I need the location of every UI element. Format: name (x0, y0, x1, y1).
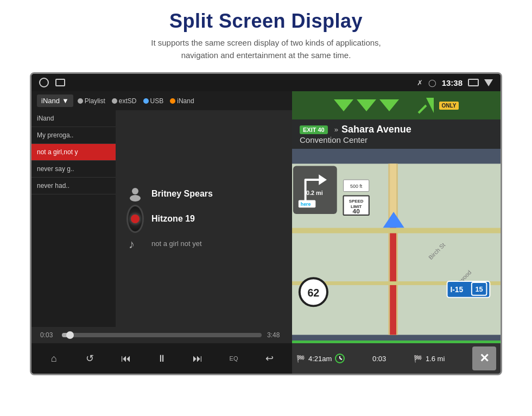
time-total: 3:48 (267, 331, 283, 339)
usb-radio (143, 98, 149, 104)
split-screen: iNand ▼ Playlist extSD USB (31, 91, 501, 374)
svg-marker-3 (426, 98, 434, 113)
back-button[interactable]: ↩ (260, 349, 280, 368)
page-header: Split Screen Display It supports the sam… (0, 0, 532, 67)
map-content: Birch St Westwood 62 I-15 15 (292, 155, 501, 343)
source-selector: iNand ▼ Playlist extSD USB (31, 91, 292, 110)
track-info: Britney Spears Hitzone 19 ♪ (121, 185, 287, 253)
clock-icon (335, 354, 345, 363)
only-badge: ONLY (439, 102, 459, 110)
back-icon (484, 79, 493, 86)
playlist-sidebar: iNand My preroga.. not a girl,not y neve… (31, 110, 116, 327)
time-current: 0:03 (40, 331, 56, 339)
nav-arrow-down-1 (334, 99, 353, 111)
progress-section: 0:03 3:48 (31, 327, 292, 343)
svg-text:40: 40 (353, 207, 360, 215)
player-main: Britney Spears Hitzone 19 ♪ (116, 110, 292, 327)
source-options: Playlist extSD USB iNand (78, 97, 194, 105)
playlist-item-4[interactable]: never had.. (31, 178, 116, 194)
status-time: 13:38 (442, 78, 463, 87)
playlist-item-3[interactable]: never say g.. (31, 161, 116, 178)
location-icon: ◯ (428, 79, 436, 87)
nav-arrival-time: 🏁 4:21am (296, 354, 345, 363)
svg-text:here: here (301, 201, 311, 207)
play-pause-button[interactable]: ⏸ (152, 349, 172, 368)
image-icon (55, 79, 65, 86)
artist-row: Britney Spears (126, 185, 281, 203)
vinyl-icon (126, 210, 144, 228)
exit-badge: EXIT 40 (300, 125, 328, 134)
status-bar: ✗ ◯ 13:38 (31, 74, 501, 91)
nav-top-bar: ONLY (292, 91, 501, 119)
source-dropdown[interactable]: iNand ▼ (37, 94, 73, 107)
source-usb[interactable]: USB (143, 97, 164, 105)
svg-point-0 (132, 188, 138, 194)
nav-close-button[interactable]: ✕ (472, 346, 496, 370)
nav-arrow-down-2 (357, 99, 376, 111)
svg-marker-4 (419, 98, 426, 105)
next-button[interactable]: ⏭ (188, 349, 207, 368)
venue-name: Convention Center (300, 135, 493, 144)
svg-rect-9 (390, 217, 396, 335)
status-bar-left (39, 78, 65, 87)
music-note-icon: ♪ (126, 235, 144, 253)
status-bar-right: ✗ ◯ 13:38 (417, 78, 493, 87)
flag-icon-end: 🏁 (414, 355, 422, 363)
svg-text:SPEED: SPEED (349, 199, 364, 204)
source-playlist[interactable]: Playlist (78, 97, 105, 105)
progress-thumb (66, 331, 74, 339)
svg-text:15: 15 (475, 285, 483, 293)
track-title: not a girl not yet (151, 239, 202, 248)
bluetooth-icon: ✗ (417, 79, 423, 87)
title-row: ♪ not a girl not yet (126, 235, 281, 253)
svg-rect-11 (292, 228, 501, 234)
source-extsd[interactable]: extSD (112, 97, 137, 105)
device-frame: ✗ ◯ 13:38 iNand ▼ Playlist (30, 72, 502, 375)
nav-panel: ONLY EXIT 40 » Sahara Avenue Convention … (292, 91, 501, 374)
home-button[interactable]: ⌂ (44, 349, 64, 368)
nav-info-box: EXIT 40 » Sahara Avenue Convention Cente… (292, 119, 501, 149)
track-artist: Britney Spears (151, 189, 213, 199)
svg-line-34 (340, 358, 342, 360)
extsd-radio (112, 98, 117, 104)
playlist-area: iNand My preroga.. not a girl,not y neve… (31, 110, 292, 327)
eq-button[interactable]: EQ (224, 349, 244, 368)
repeat-button[interactable]: ↺ (80, 349, 99, 368)
nav-arrow-down-3 (379, 99, 399, 111)
page-title: Split Screen Display (0, 10, 532, 33)
album-row: Hitzone 19 (126, 210, 281, 228)
svg-line-5 (419, 105, 426, 113)
svg-text:500 ft: 500 ft (350, 184, 363, 189)
inand-radio (170, 98, 175, 104)
nav-bottom-bar: 🏁 4:21am 0:03 🏁 1.6 mi ✕ (292, 343, 501, 374)
home-button-icon (39, 78, 49, 87)
street-name: Sahara Avenue (341, 124, 411, 135)
svg-text:♪: ♪ (129, 237, 135, 251)
playlist-radio (78, 98, 83, 104)
flag-icon-start: 🏁 (296, 355, 305, 363)
screen-icon (468, 79, 479, 86)
source-inand[interactable]: iNand (170, 97, 194, 105)
track-album: Hitzone 19 (151, 214, 195, 224)
person-icon (126, 185, 144, 203)
progress-bar[interactable] (62, 333, 262, 337)
svg-point-1 (130, 195, 141, 201)
playlist-item-2[interactable]: not a girl,not y (31, 144, 116, 161)
svg-text:I-15: I-15 (450, 286, 463, 294)
music-panel: iNand ▼ Playlist extSD USB (31, 91, 292, 374)
prev-button[interactable]: ⏮ (116, 349, 136, 368)
svg-text:62: 62 (307, 287, 319, 299)
svg-text:0.2 mi: 0.2 mi (306, 190, 323, 196)
playlist-item-0[interactable]: iNand (31, 110, 116, 127)
nav-arrow-right-up-icon (416, 96, 436, 115)
page-subtitle: It supports the same screen display of t… (0, 37, 532, 61)
playlist-item-1[interactable]: My preroga.. (31, 127, 116, 144)
controls-bar: ⌂ ↺ ⏮ ⏸ ⏭ EQ ↩ (31, 343, 292, 374)
nav-elapsed-time: 0:03 (372, 355, 386, 363)
nav-total-distance: 🏁 1.6 mi (414, 355, 445, 363)
